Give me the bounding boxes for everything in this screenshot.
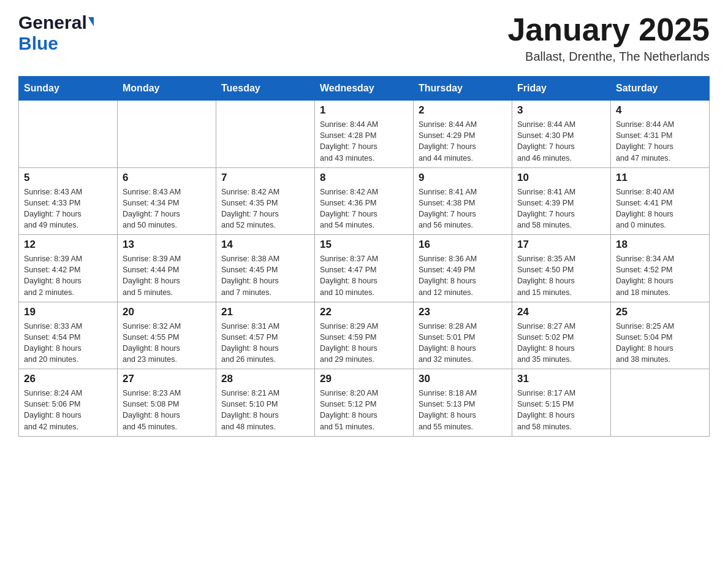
calendar-cell: 5Sunrise: 8:43 AMSunset: 4:33 PMDaylight… — [19, 167, 118, 235]
calendar-cell: 28Sunrise: 8:21 AMSunset: 5:10 PMDayligh… — [216, 369, 315, 437]
day-number: 26 — [24, 373, 112, 385]
day-header-saturday: Saturday — [611, 77, 710, 101]
day-info: Sunrise: 8:44 AMSunset: 4:28 PMDaylight:… — [320, 119, 408, 164]
day-number: 12 — [24, 239, 112, 251]
day-number: 6 — [123, 172, 211, 184]
calendar-cell — [611, 369, 710, 437]
week-row-4: 19Sunrise: 8:33 AMSunset: 4:54 PMDayligh… — [19, 302, 710, 369]
calendar-cell: 18Sunrise: 8:34 AMSunset: 4:52 PMDayligh… — [611, 235, 710, 302]
day-number: 22 — [320, 306, 408, 318]
week-row-3: 12Sunrise: 8:39 AMSunset: 4:42 PMDayligh… — [19, 235, 710, 302]
calendar-cell: 19Sunrise: 8:33 AMSunset: 4:54 PMDayligh… — [19, 302, 118, 369]
day-info: Sunrise: 8:34 AMSunset: 4:52 PMDaylight:… — [616, 253, 704, 298]
calendar-cell: 3Sunrise: 8:44 AMSunset: 4:30 PMDaylight… — [512, 101, 611, 168]
day-number: 14 — [221, 239, 309, 251]
logo-general-text: General — [18, 12, 87, 33]
day-info: Sunrise: 8:44 AMSunset: 4:29 PMDaylight:… — [419, 119, 507, 164]
day-header-monday: Monday — [118, 77, 216, 101]
day-number: 4 — [616, 104, 704, 117]
calendar-cell — [19, 101, 118, 168]
calendar-cell: 9Sunrise: 8:41 AMSunset: 4:38 PMDaylight… — [414, 167, 512, 235]
month-title: January 2025 — [507, 12, 710, 47]
day-header-tuesday: Tuesday — [216, 77, 315, 101]
calendar-cell: 27Sunrise: 8:23 AMSunset: 5:08 PMDayligh… — [118, 369, 216, 437]
calendar-cell: 17Sunrise: 8:35 AMSunset: 4:50 PMDayligh… — [512, 235, 611, 302]
day-info: Sunrise: 8:44 AMSunset: 4:31 PMDaylight:… — [616, 119, 704, 164]
day-info: Sunrise: 8:36 AMSunset: 4:49 PMDaylight:… — [419, 253, 507, 298]
day-info: Sunrise: 8:31 AMSunset: 4:57 PMDaylight:… — [221, 321, 309, 366]
day-info: Sunrise: 8:27 AMSunset: 5:02 PMDaylight:… — [517, 321, 605, 366]
day-number: 31 — [517, 373, 605, 385]
day-info: Sunrise: 8:18 AMSunset: 5:13 PMDaylight:… — [419, 388, 507, 432]
week-row-5: 26Sunrise: 8:24 AMSunset: 5:06 PMDayligh… — [19, 369, 710, 437]
day-info: Sunrise: 8:35 AMSunset: 4:50 PMDaylight:… — [517, 253, 605, 298]
day-header-thursday: Thursday — [414, 77, 512, 101]
day-info: Sunrise: 8:40 AMSunset: 4:41 PMDaylight:… — [616, 186, 704, 231]
day-number: 5 — [24, 172, 112, 184]
day-number: 3 — [517, 104, 605, 117]
calendar-table: SundayMondayTuesdayWednesdayThursdayFrid… — [18, 76, 710, 437]
day-number: 23 — [419, 306, 507, 318]
calendar-cell: 8Sunrise: 8:42 AMSunset: 4:36 PMDaylight… — [315, 167, 414, 235]
calendar-header: SundayMondayTuesdayWednesdayThursdayFrid… — [19, 77, 710, 101]
calendar-cell: 1Sunrise: 8:44 AMSunset: 4:28 PMDaylight… — [315, 101, 414, 168]
page-header: General Blue January 2025 Ballast, Drent… — [18, 12, 710, 64]
day-number: 7 — [221, 172, 309, 184]
day-number: 10 — [517, 172, 605, 184]
day-info: Sunrise: 8:38 AMSunset: 4:45 PMDaylight:… — [221, 253, 309, 298]
day-number: 13 — [123, 239, 211, 251]
day-number: 16 — [419, 239, 507, 251]
day-info: Sunrise: 8:41 AMSunset: 4:39 PMDaylight:… — [517, 186, 605, 231]
calendar-cell: 24Sunrise: 8:27 AMSunset: 5:02 PMDayligh… — [512, 302, 611, 369]
day-info: Sunrise: 8:23 AMSunset: 5:08 PMDaylight:… — [123, 388, 211, 432]
days-of-week-row: SundayMondayTuesdayWednesdayThursdayFrid… — [19, 77, 710, 101]
logo-arrow-icon — [88, 17, 94, 26]
title-area: January 2025 Ballast, Drenthe, The Nethe… — [507, 12, 710, 64]
location-subtitle: Ballast, Drenthe, The Netherlands — [507, 50, 710, 64]
logo: General Blue — [18, 12, 94, 54]
calendar-cell: 11Sunrise: 8:40 AMSunset: 4:41 PMDayligh… — [611, 167, 710, 235]
day-info: Sunrise: 8:25 AMSunset: 5:04 PMDaylight:… — [616, 321, 704, 366]
calendar-cell: 22Sunrise: 8:29 AMSunset: 4:59 PMDayligh… — [315, 302, 414, 369]
day-number: 8 — [320, 172, 408, 184]
calendar-cell: 21Sunrise: 8:31 AMSunset: 4:57 PMDayligh… — [216, 302, 315, 369]
calendar-cell: 12Sunrise: 8:39 AMSunset: 4:42 PMDayligh… — [19, 235, 118, 302]
day-info: Sunrise: 8:42 AMSunset: 4:35 PMDaylight:… — [221, 186, 309, 231]
calendar-cell: 2Sunrise: 8:44 AMSunset: 4:29 PMDaylight… — [414, 101, 512, 168]
calendar-cell — [118, 101, 216, 168]
day-header-wednesday: Wednesday — [315, 77, 414, 101]
day-header-friday: Friday — [512, 77, 611, 101]
day-number: 2 — [419, 104, 507, 117]
day-info: Sunrise: 8:43 AMSunset: 4:33 PMDaylight:… — [24, 186, 112, 231]
calendar-cell: 6Sunrise: 8:43 AMSunset: 4:34 PMDaylight… — [118, 167, 216, 235]
day-number: 18 — [616, 239, 704, 251]
calendar-cell — [216, 101, 315, 168]
calendar-cell: 20Sunrise: 8:32 AMSunset: 4:55 PMDayligh… — [118, 302, 216, 369]
day-number: 20 — [123, 306, 211, 318]
day-number: 24 — [517, 306, 605, 318]
day-info: Sunrise: 8:41 AMSunset: 4:38 PMDaylight:… — [419, 186, 507, 231]
calendar-cell: 16Sunrise: 8:36 AMSunset: 4:49 PMDayligh… — [414, 235, 512, 302]
day-number: 30 — [419, 373, 507, 385]
day-info: Sunrise: 8:28 AMSunset: 5:01 PMDaylight:… — [419, 321, 507, 366]
day-number: 15 — [320, 239, 408, 251]
calendar-cell: 4Sunrise: 8:44 AMSunset: 4:31 PMDaylight… — [611, 101, 710, 168]
calendar-body: 1Sunrise: 8:44 AMSunset: 4:28 PMDaylight… — [19, 101, 710, 437]
day-number: 28 — [221, 373, 309, 385]
day-info: Sunrise: 8:39 AMSunset: 4:44 PMDaylight:… — [123, 253, 211, 298]
day-info: Sunrise: 8:32 AMSunset: 4:55 PMDaylight:… — [123, 321, 211, 366]
calendar-cell: 25Sunrise: 8:25 AMSunset: 5:04 PMDayligh… — [611, 302, 710, 369]
calendar-cell: 10Sunrise: 8:41 AMSunset: 4:39 PMDayligh… — [512, 167, 611, 235]
day-info: Sunrise: 8:20 AMSunset: 5:12 PMDaylight:… — [320, 388, 408, 432]
calendar-cell: 7Sunrise: 8:42 AMSunset: 4:35 PMDaylight… — [216, 167, 315, 235]
day-info: Sunrise: 8:17 AMSunset: 5:15 PMDaylight:… — [517, 388, 605, 432]
calendar-cell: 29Sunrise: 8:20 AMSunset: 5:12 PMDayligh… — [315, 369, 414, 437]
day-header-sunday: Sunday — [19, 77, 118, 101]
day-info: Sunrise: 8:37 AMSunset: 4:47 PMDaylight:… — [320, 253, 408, 298]
calendar-cell: 31Sunrise: 8:17 AMSunset: 5:15 PMDayligh… — [512, 369, 611, 437]
day-info: Sunrise: 8:39 AMSunset: 4:42 PMDaylight:… — [24, 253, 112, 298]
day-number: 21 — [221, 306, 309, 318]
calendar-cell: 23Sunrise: 8:28 AMSunset: 5:01 PMDayligh… — [414, 302, 512, 369]
day-number: 19 — [24, 306, 112, 318]
day-info: Sunrise: 8:42 AMSunset: 4:36 PMDaylight:… — [320, 186, 408, 231]
